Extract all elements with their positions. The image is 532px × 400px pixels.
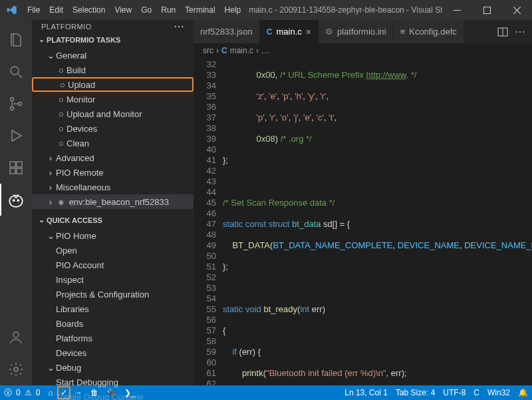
svg-rect-0	[454, 10, 461, 11]
menu-edit[interactable]: Edit	[45, 5, 67, 15]
platformio-icon[interactable]	[0, 184, 32, 216]
source-control-icon[interactable]	[0, 88, 32, 120]
section-tasks[interactable]: ⌄PLATFORMIO TASKS	[32, 33, 194, 48]
qa-inspect[interactable]: Inspect	[32, 272, 194, 287]
status-language[interactable]: C	[469, 385, 483, 400]
svg-point-2	[11, 67, 19, 75]
tree-advanced[interactable]: ›Advanced	[32, 150, 194, 165]
menu-terminal[interactable]: Terminal	[181, 5, 219, 15]
activity-bar	[0, 20, 32, 385]
more-icon[interactable]: ⋯	[174, 20, 185, 33]
main-menu: File Edit Selection View Go Run Terminal…	[23, 5, 245, 15]
close-icon[interactable]: ×	[306, 27, 311, 37]
status-tabsize[interactable]: Tab Size: 4	[392, 385, 439, 400]
status-feedback[interactable]: 🔔	[514, 385, 532, 400]
explorer-icon[interactable]	[0, 24, 32, 56]
qa-open[interactable]: Open	[32, 243, 194, 258]
breadcrumb[interactable]: src› C main.c›…	[194, 43, 532, 58]
extensions-icon[interactable]	[0, 152, 32, 184]
tab-nrf52833[interactable]: nrf52833.json	[194, 20, 260, 43]
warning-icon: ⚠	[25, 388, 32, 397]
tab-main-c[interactable]: Cmain.c×	[260, 20, 319, 43]
status-encoding[interactable]: UTF-8	[439, 385, 469, 400]
svg-point-11	[13, 199, 15, 202]
minimize-button[interactable]	[442, 0, 472, 20]
task-upload[interactable]: ○Upload	[32, 77, 194, 92]
qa-boards[interactable]: Boards	[32, 316, 194, 331]
tree-env[interactable]: ›⎈ env:ble_beacon_nrf52833	[32, 194, 194, 209]
menu-run[interactable]: Run	[157, 5, 180, 15]
gear-icon: ⚙	[325, 27, 333, 37]
search-icon[interactable]	[0, 56, 32, 88]
tree-general[interactable]: ⌄General	[32, 48, 194, 63]
svg-point-4	[11, 107, 14, 110]
code-content[interactable]: 0x00, /* URL Scheme Prefix http://www. *…	[223, 58, 532, 385]
bell-icon: 🔔	[518, 388, 528, 397]
more-actions-icon[interactable]: ⋯	[515, 25, 525, 38]
error-icon: ⓧ	[4, 387, 12, 399]
title-bar: File Edit Selection View Go Run Terminal…	[0, 0, 532, 20]
task-clean[interactable]: ○Clean	[32, 136, 194, 150]
qa-projects[interactable]: Projects & Configuration	[32, 287, 194, 301]
task-upload-monitor[interactable]: ○Upload and Monitor	[32, 106, 194, 121]
section-quick-access[interactable]: ⌄QUICK ACCESS	[32, 213, 194, 228]
svg-point-13	[13, 332, 19, 337]
gutter: 3233343536373839404142434445464748495051…	[194, 58, 223, 385]
settings-gear-icon[interactable]	[0, 353, 32, 385]
close-button[interactable]	[502, 0, 532, 20]
qa-devices[interactable]: Devices	[32, 345, 194, 360]
code-editor[interactable]: 3233343536373839404142434445464748495051…	[194, 58, 532, 385]
qa-debug[interactable]: ⌄Debug	[32, 360, 194, 375]
svg-rect-1	[484, 7, 491, 13]
tab-platformio-ini[interactable]: ⚙platformio.ini	[319, 20, 394, 43]
editor: nrf52833.json Cmain.c× ⚙platformio.ini ≡…	[194, 20, 532, 385]
split-editor-icon[interactable]	[497, 27, 508, 37]
sidebar: PLATFORMIO ⋯ ⌄PLATFORMIO TASKS ⌄General …	[32, 20, 194, 385]
sidebar-header: PLATFORMIO ⋯	[32, 20, 194, 33]
task-monitor[interactable]: ○Monitor	[32, 92, 194, 106]
menu-file[interactable]: File	[23, 5, 44, 15]
svg-point-14	[14, 367, 18, 371]
editor-tabs: nrf52833.json Cmain.c× ⚙platformio.ini ≡…	[194, 20, 532, 43]
run-debug-icon[interactable]	[0, 120, 32, 152]
sidebar-title: PLATFORMIO	[41, 23, 92, 31]
settings-icon: ≡	[400, 27, 406, 37]
svg-point-5	[19, 102, 22, 106]
env-icon: ⎈	[56, 197, 66, 207]
qa-toggle-console[interactable]: Toggle Debug Console	[32, 389, 194, 400]
svg-point-3	[11, 98, 14, 101]
tree-misc[interactable]: ›Miscellaneous	[32, 180, 194, 194]
status-os[interactable]: Win32	[483, 385, 514, 400]
menu-view[interactable]: View	[110, 5, 136, 15]
task-devices[interactable]: ○Devices	[32, 121, 194, 136]
svg-rect-6	[10, 162, 15, 167]
tree-pio-remote[interactable]: ›PIO Remote	[32, 165, 194, 180]
maximize-button[interactable]	[472, 0, 502, 20]
accounts-icon[interactable]	[0, 321, 32, 353]
task-build[interactable]: ○Build	[32, 63, 194, 77]
menu-selection[interactable]: Selection	[68, 5, 109, 15]
qa-libraries[interactable]: Libraries	[32, 301, 194, 316]
qa-account[interactable]: PIO Account	[32, 258, 194, 272]
tab-kconfig[interactable]: ≡Kconfig.defc	[394, 20, 464, 43]
svg-rect-8	[17, 168, 22, 174]
menu-go[interactable]: Go	[137, 5, 156, 15]
vscode-logo	[0, 5, 23, 15]
window-title: main.c - 200911-134558-zephyr-ble-beacon…	[245, 5, 442, 15]
c-file-icon: C	[267, 27, 273, 37]
svg-point-12	[17, 199, 19, 202]
status-cursor[interactable]: Ln 13, Col 1	[340, 385, 392, 400]
qa-pio-home[interactable]: ⌄PIO Home	[32, 228, 194, 243]
qa-platforms[interactable]: Platforms	[32, 331, 194, 345]
svg-rect-9	[17, 162, 22, 167]
svg-rect-7	[10, 168, 15, 174]
menu-help[interactable]: Help	[221, 5, 245, 15]
